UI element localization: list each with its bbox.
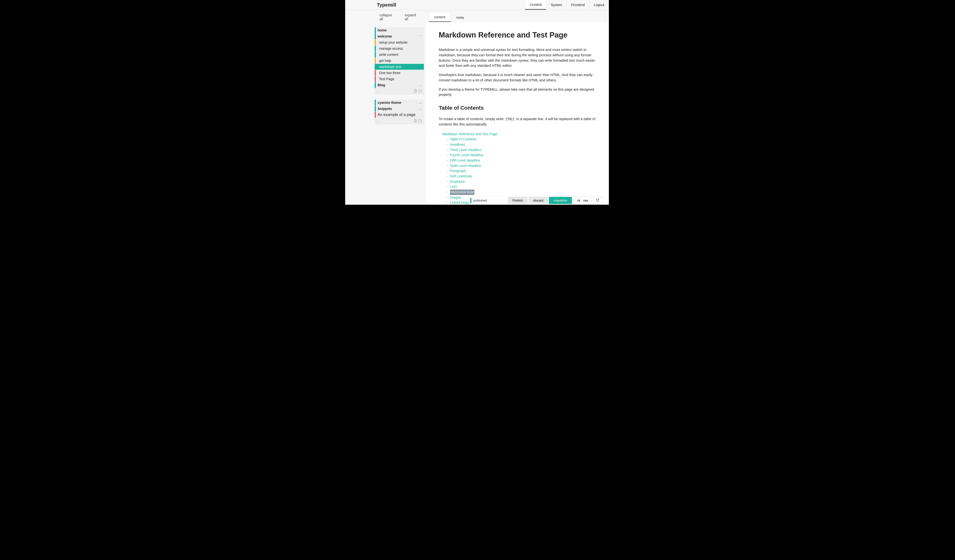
toc-item: Markdown Reference and Test Page xyxy=(442,131,596,137)
topnav-system[interactable]: System xyxy=(546,0,567,10)
unpublish-button[interactable]: unpublish xyxy=(549,197,572,204)
toc-link[interactable]: Lists xyxy=(450,184,457,189)
footer-bar: published Publish discard unpublish dele… xyxy=(468,196,604,205)
arrow-right-icon: → xyxy=(445,163,448,168)
nav-item[interactable]: Snippets⌄ xyxy=(375,106,424,112)
toc-item: →Third Level Headline xyxy=(442,147,596,153)
discard-button[interactable]: discard xyxy=(528,197,548,204)
toc-code: [TOC] xyxy=(504,117,515,121)
chevron-down-icon[interactable]: ⌄ xyxy=(419,101,421,104)
status-color-bar xyxy=(375,33,376,39)
add-page-row[interactable]: ... xyxy=(375,88,424,94)
nav-label: write content xyxy=(377,53,398,56)
toc-link[interactable]: Third Level Headline xyxy=(450,147,481,153)
arrow-right-icon: → xyxy=(445,190,448,195)
nav-label: Blog xyxy=(377,83,385,87)
toc-link[interactable]: Horizontal Rule xyxy=(450,189,474,195)
paragraph: Developers love markdown, because it is … xyxy=(439,72,596,83)
raw-button[interactable]: raw xyxy=(580,197,591,204)
toc-intro: To create a table of contents, simply wr… xyxy=(439,116,596,127)
expand-all-button[interactable]: expand all xyxy=(400,11,424,23)
toc-item: →Fourth Level Headline xyxy=(442,153,596,158)
nav-item[interactable]: get help xyxy=(375,58,424,64)
toc-link[interactable]: Fifth Level Headline xyxy=(450,158,480,163)
arrow-right-icon: → xyxy=(445,169,448,174)
tab-content[interactable]: content xyxy=(429,12,451,22)
toc-item: →Lists xyxy=(442,184,596,189)
status-color-bar xyxy=(375,64,376,70)
folder-icon[interactable] xyxy=(418,119,422,123)
open-external-button[interactable] xyxy=(593,197,603,204)
nav-label: home xyxy=(377,28,387,32)
topnav-logout[interactable]: Logout xyxy=(589,0,609,10)
nav-label: setup your website xyxy=(377,41,407,44)
status-color-bar xyxy=(375,82,376,88)
tab-meta[interactable]: meta xyxy=(451,13,469,22)
status-color-bar xyxy=(375,70,376,76)
nav-item[interactable]: An example of a page xyxy=(375,112,424,118)
nav-item[interactable]: Test Page xyxy=(375,76,424,82)
nav-label: Snippets xyxy=(377,107,392,111)
nav-label: cyanine theme xyxy=(377,101,401,105)
toc-item: →Paragraph xyxy=(442,168,596,174)
nav-label: An example of a page xyxy=(377,113,416,117)
status-color-bar xyxy=(375,112,376,118)
add-page-row-2[interactable]: ... xyxy=(375,118,424,124)
nav-item[interactable]: cyanine theme⌄ xyxy=(375,100,424,106)
topnav-frontend[interactable]: Frontend xyxy=(567,0,589,10)
nav-label: markdown test xyxy=(377,65,401,69)
paragraph: If you develop a theme for TYPEMILL, ple… xyxy=(439,87,596,98)
file-icon[interactable] xyxy=(413,119,417,123)
publish-status: published xyxy=(473,199,487,202)
editor-pane: Markdown Reference and Test Page Markdow… xyxy=(426,22,609,205)
status-color-bar xyxy=(375,76,376,82)
nav-label: One two three xyxy=(377,71,401,75)
table-of-contents: Markdown Reference and Test Page→Table o… xyxy=(439,131,596,205)
chevron-up-icon[interactable]: ⌃ xyxy=(419,35,421,38)
status-color-bar xyxy=(375,27,376,33)
file-icon[interactable] xyxy=(413,89,417,94)
toc-link[interactable]: Headlines xyxy=(450,142,465,147)
toc-item: →Emphasis xyxy=(442,179,596,185)
status-color-bar xyxy=(375,52,376,58)
collapse-all-button[interactable]: collapse all xyxy=(375,11,400,23)
toc-item: →Horizontal Rule xyxy=(442,189,596,195)
nav-item[interactable]: welcome⌃ xyxy=(375,33,424,39)
toc-link[interactable]: Table of Contents xyxy=(450,137,476,142)
toc-link[interactable]: Fourth Level Headline xyxy=(450,153,483,158)
publish-button[interactable]: Publish xyxy=(508,197,528,204)
app-logo: Typemill xyxy=(377,2,396,8)
nav-item[interactable]: markdown test xyxy=(375,64,424,70)
toc-link[interactable]: Soft Linebreak xyxy=(450,174,472,179)
arrow-right-icon: → xyxy=(445,185,448,189)
arrow-right-icon: → xyxy=(445,179,448,184)
arrow-right-icon: → xyxy=(445,195,448,200)
toc-link[interactable]: Sixth Level Headline xyxy=(450,163,481,169)
chevron-down-icon[interactable]: ⌄ xyxy=(419,84,421,87)
toc-item: →Soft Linebreak xyxy=(442,174,596,179)
toc-link[interactable]: Markdown Reference and Test Page xyxy=(442,131,497,137)
topnav-content[interactable]: Content xyxy=(525,0,546,10)
status-color-bar xyxy=(375,100,376,105)
status-color-bar xyxy=(375,39,376,45)
nav-item[interactable]: home xyxy=(375,27,424,33)
folder-icon[interactable] xyxy=(418,89,422,94)
nav-label: Test Page xyxy=(377,77,394,81)
nav-item[interactable]: manage access xyxy=(375,45,424,52)
chevron-down-icon[interactable]: ⌄ xyxy=(419,107,421,110)
arrow-right-icon: → xyxy=(445,174,448,179)
toc-link[interactable]: Emphasis xyxy=(450,179,465,185)
nav-item[interactable]: setup your website xyxy=(375,39,424,45)
nav-label: get help xyxy=(377,59,391,63)
paragraph: Markdown is a simple and universal synta… xyxy=(439,47,596,69)
page-title: Markdown Reference and Test Page xyxy=(439,31,596,39)
nav-item[interactable]: Blog⌄ xyxy=(375,82,424,88)
add-placeholder: ... xyxy=(377,119,379,123)
nav-item[interactable]: write content xyxy=(375,52,424,58)
toc-link[interactable]: Paragraph xyxy=(450,168,466,174)
nav-label: manage access xyxy=(377,47,403,50)
nav-item[interactable]: One two three xyxy=(375,70,424,76)
toc-link[interactable]: Images xyxy=(450,195,461,200)
status-indicator-bar xyxy=(470,198,471,203)
sidebar: collapse all expand all homewelcome⌃setu… xyxy=(345,10,426,205)
